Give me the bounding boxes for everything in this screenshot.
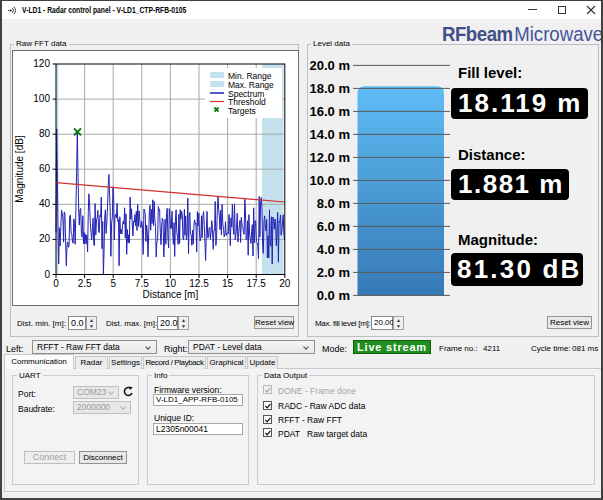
svg-text:7.5: 7.5 (135, 278, 149, 289)
svg-text:0.0 m: 0.0 m (317, 288, 350, 303)
svg-text:6.0 m: 6.0 m (317, 219, 350, 234)
svg-text:40: 40 (39, 198, 51, 209)
svg-text:2.5: 2.5 (78, 278, 92, 289)
svg-text:80: 80 (39, 128, 51, 139)
svg-text:14.0 m: 14.0 m (310, 127, 350, 142)
svg-text:0: 0 (53, 278, 59, 289)
svg-text:60: 60 (39, 163, 51, 174)
svg-text:16.0 m: 16.0 m (310, 104, 350, 119)
svg-text:12.0 m: 12.0 m (310, 150, 350, 165)
svg-text:Distance [m]: Distance [m] (143, 289, 199, 300)
svg-text:12.5: 12.5 (189, 278, 209, 289)
svg-text:20.0 m: 20.0 m (310, 58, 350, 73)
svg-text:10.0 m: 10.0 m (310, 173, 350, 188)
svg-text:100: 100 (33, 93, 50, 104)
svg-text:120: 120 (33, 58, 50, 69)
svg-text:10: 10 (165, 278, 177, 289)
svg-text:8.0 m: 8.0 m (317, 196, 350, 211)
svg-text:15: 15 (222, 278, 234, 289)
svg-text:17.5: 17.5 (246, 278, 266, 289)
svg-text:20: 20 (39, 233, 51, 244)
svg-text:20: 20 (279, 278, 291, 289)
svg-text:18.0 m: 18.0 m (310, 81, 350, 96)
svg-text:2.0 m: 2.0 m (317, 265, 350, 280)
svg-text:0: 0 (44, 269, 50, 280)
svg-text:Targets: Targets (228, 106, 256, 116)
svg-text:4.0 m: 4.0 m (317, 242, 350, 257)
svg-text:Magnitude [dB]: Magnitude [dB] (14, 135, 25, 202)
svg-text:5: 5 (110, 278, 116, 289)
